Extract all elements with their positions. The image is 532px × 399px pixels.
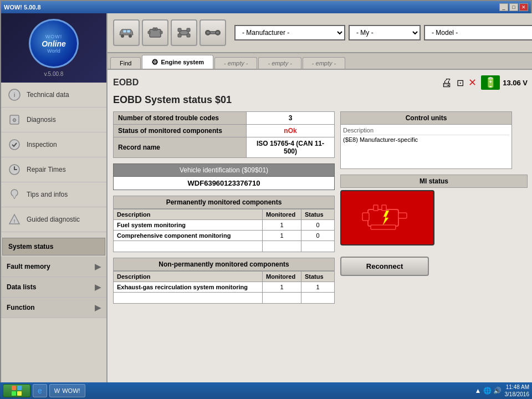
- sidebar-item-diagnosis[interactable]: ⚙ Diagnosis: [1, 108, 106, 132]
- sidebar-item-function[interactable]: Function ▶: [1, 298, 106, 318]
- svg-text:i: i: [14, 92, 15, 98]
- status-table: Number of stored trouble codes 3 Status …: [113, 111, 335, 158]
- taskbar-left: e W WOW!: [3, 384, 85, 397]
- permanently-monitored-section: Permanently monitored components Descrip…: [113, 196, 335, 252]
- tab-empty-1[interactable]: - empty -: [214, 57, 257, 69]
- technical-data-icon: i: [7, 87, 22, 103]
- svg-rect-21: [187, 28, 190, 32]
- print-icon[interactable]: 🖨: [441, 76, 452, 89]
- eobd-title: EOBD: [113, 78, 139, 88]
- mi-status-image: [340, 190, 434, 245]
- eobd-close-icon[interactable]: ✕: [468, 76, 477, 89]
- logo-area: WOW! Online World v.5.00.8: [1, 13, 106, 83]
- start-button[interactable]: [3, 384, 30, 397]
- tab-empty-2[interactable]: - empty -: [258, 57, 301, 69]
- control-units-section: Control units Description ($E8) Manufact…: [340, 111, 512, 169]
- record-name-value: ISO 15765-4 (CAN 11-500): [247, 137, 335, 158]
- sidebar-item-inspection[interactable]: Inspection: [1, 132, 106, 157]
- wow-taskbar-button[interactable]: W WOW!: [49, 384, 85, 397]
- engine-icon-button[interactable]: [142, 19, 168, 46]
- svg-rect-30: [398, 213, 407, 218]
- my-dropdown[interactable]: - My -: [349, 25, 421, 40]
- left-column: Number of stored trouble codes 3 Status …: [113, 111, 335, 309]
- tab-find-label: Find: [120, 60, 131, 66]
- svg-rect-17: [155, 28, 157, 30]
- reconnect-button[interactable]: Reconnect: [340, 257, 429, 276]
- sidebar-item-fault-memory[interactable]: Fault memory ▶: [1, 257, 106, 277]
- sidebar-item-technical-data-label: Technical data: [27, 91, 69, 99]
- sidebar-item-repair-times[interactable]: Repair Times: [1, 157, 106, 182]
- tray-icon-1: ▲: [475, 387, 482, 395]
- svg-text:⚙: ⚙: [12, 117, 17, 123]
- vehicle-id-header: Vehicle identification ($09$01): [113, 163, 335, 177]
- tab-empty-3[interactable]: - empty -: [303, 57, 345, 69]
- tab-find[interactable]: Find: [110, 57, 141, 69]
- eobd-content: EOBD 🖨 ⊡ ✕ 🔋 13.06 V EOBD System status …: [108, 70, 532, 383]
- nonperm-col-desc: Description: [114, 272, 263, 282]
- guided-icon: !: [7, 212, 22, 227]
- battery-icon: 🔋: [481, 75, 500, 90]
- svg-point-4: [9, 140, 19, 150]
- restore-window-icon[interactable]: ⊡: [457, 78, 464, 88]
- nonperm-monitored-1: 1: [263, 282, 301, 293]
- non-permanently-monitored-table: Description Monitored Status Exhaust-gas…: [113, 271, 335, 304]
- svg-rect-28: [382, 205, 386, 211]
- trouble-codes-label: Number of stored trouble codes: [114, 112, 247, 125]
- vehicle-id-value: WDF63960123376710: [113, 177, 335, 190]
- eobd-header: EOBD 🖨 ⊡ ✕ 🔋 13.06 V: [113, 75, 528, 90]
- car-icon-button[interactable]: [113, 19, 140, 46]
- sidebar-item-inspection-label: Inspection: [27, 141, 57, 149]
- svg-text:!: !: [14, 218, 16, 224]
- top-toolbar: - Manufacturer - - My - - Model - ✕ ⚙ 💾 …: [108, 13, 532, 53]
- tab-empty-3-label: - empty -: [312, 60, 336, 66]
- control-units-body: Description ($E8) Manufacturer-specific: [340, 125, 512, 169]
- sidebar-item-diagnosis-label: Diagnosis: [27, 116, 56, 124]
- tool-icon-button[interactable]: [171, 19, 197, 46]
- nonperm-col-status: Status: [301, 272, 335, 282]
- sidebar-item-data-lists[interactable]: Data lists ▶: [1, 277, 106, 298]
- sidebar-item-guided[interactable]: ! Guided diagnostic: [1, 207, 106, 232]
- non-permanently-monitored-section: Non-permanently monitored components Des…: [113, 258, 335, 304]
- maximize-button[interactable]: □: [509, 3, 518, 11]
- svg-rect-12: [127, 30, 130, 33]
- svg-rect-27: [374, 205, 378, 211]
- sidebar-item-technical-data[interactable]: i Technical data: [1, 83, 106, 108]
- mi-status-section: MI status: [340, 175, 528, 245]
- ie-taskbar-button[interactable]: e: [33, 384, 47, 397]
- tab-empty-1-label: - empty -: [224, 60, 248, 66]
- diagnosis-icon: ⚙: [7, 112, 22, 127]
- sidebar-item-tips[interactable]: Tips and infos: [1, 182, 106, 207]
- svg-rect-31: [371, 225, 396, 229]
- data-lists-arrow-icon: ▶: [95, 283, 101, 291]
- svg-rect-32: [12, 386, 16, 390]
- record-name-label: Record name: [114, 137, 247, 158]
- sidebar-item-repair-times-label: Repair Times: [27, 166, 66, 173]
- control-units-desc-value: ($E8) Manufacturer-specific: [343, 136, 509, 143]
- vehicle-id-section: Vehicle identification ($09$01) WDF63960…: [113, 163, 335, 190]
- tips-icon: [7, 187, 22, 202]
- perm-desc-2: Comprehensive component monitoring: [114, 231, 263, 241]
- svg-point-6: [11, 190, 18, 196]
- battery-indicator: 🔋 13.06 V: [481, 75, 528, 90]
- logo: WOW! Online World: [29, 19, 79, 68]
- svg-rect-35: [17, 391, 22, 396]
- tab-engine-system-label: Engine system: [161, 59, 204, 65]
- sidebar-item-system-status[interactable]: System status: [2, 238, 105, 255]
- nonperm-row-empty: [114, 293, 335, 304]
- voltage-display: 13.06 V: [503, 79, 528, 87]
- svg-rect-15: [160, 31, 162, 34]
- main-window: WOW! 5.00.8 _ □ ✕ WOW! Online World v.5.…: [0, 0, 532, 382]
- minimize-button[interactable]: _: [499, 3, 508, 11]
- window-close-button[interactable]: ✕: [519, 3, 528, 11]
- fault-memory-arrow-icon: ▶: [95, 262, 101, 271]
- manufacturer-dropdown[interactable]: - Manufacturer -: [234, 25, 345, 40]
- model-dropdown[interactable]: - Model -: [424, 25, 532, 40]
- dropdowns: - Manufacturer - - My - - Model -: [234, 25, 532, 40]
- control-units-desc-label: Description: [343, 127, 509, 135]
- content-area: - Manufacturer - - My - - Model - ✕ ⚙ 💾 …: [108, 13, 532, 383]
- svg-rect-14: [148, 31, 150, 34]
- tab-engine-system[interactable]: ⚙ Engine system: [142, 55, 213, 69]
- axle-icon-button[interactable]: [200, 19, 226, 46]
- version-label: v.5.00.8: [44, 71, 64, 77]
- non-perm-monitored-header: Non-permanently monitored components: [113, 258, 335, 271]
